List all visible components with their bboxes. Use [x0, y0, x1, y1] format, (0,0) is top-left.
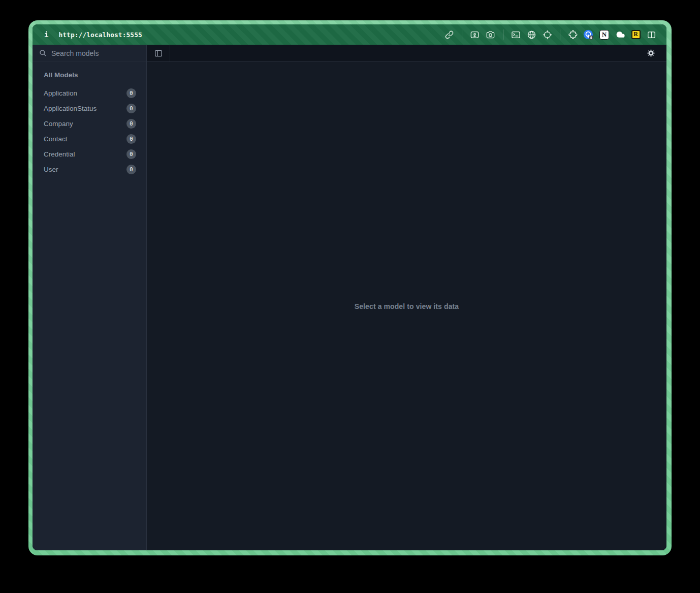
model-label: User: [44, 166, 58, 173]
sidebar-item-credential[interactable]: Credential 0: [44, 146, 140, 162]
divider: [560, 29, 560, 40]
reader-mode-icon[interactable]: R: [630, 29, 642, 41]
search-input[interactable]: [51, 49, 143, 57]
globe-icon[interactable]: [526, 29, 537, 41]
sidebar-toggle-button[interactable]: [147, 45, 170, 61]
empty-state-area: Select a model to view its data: [147, 62, 666, 550]
split-view-icon[interactable]: [646, 29, 657, 41]
settings-button[interactable]: [635, 45, 666, 61]
sidebar-item-company[interactable]: Company 0: [44, 116, 140, 131]
link-icon[interactable]: [443, 29, 455, 41]
main-toolbar: [147, 45, 666, 62]
image-capture-icon[interactable]: [469, 29, 481, 41]
screen-share-frame: i http://localhost:5555: [28, 20, 672, 555]
divider: [503, 29, 503, 40]
model-list-title: All Models: [44, 71, 140, 79]
model-label: Contact: [44, 135, 68, 143]
model-label: ApplicationStatus: [44, 105, 97, 112]
app-window: i http://localhost:5555: [33, 24, 666, 550]
sidebar-item-contact[interactable]: Contact 0: [44, 131, 140, 146]
info-icon: i: [44, 30, 48, 39]
url-text: http://localhost:5555: [58, 31, 142, 39]
main-pane: Select a model to view its data: [147, 45, 666, 550]
empty-state-message: Select a model to view its data: [355, 302, 459, 310]
cloud-icon[interactable]: [614, 29, 626, 41]
record-count-badge: 0: [126, 134, 136, 144]
models-sidebar: All Models Application 0 ApplicationStat…: [33, 45, 147, 550]
model-list: All Models Application 0 ApplicationStat…: [33, 62, 146, 177]
record-count-badge: 0: [126, 104, 136, 113]
panel-left-icon: [154, 49, 163, 58]
search-bar: [33, 45, 146, 62]
record-count-badge: 0: [126, 88, 136, 98]
record-count-badge: 0: [126, 165, 136, 174]
divider: [462, 29, 462, 40]
record-count-badge: 0: [126, 149, 136, 159]
model-label: Credential: [44, 150, 75, 158]
terminal-icon[interactable]: [510, 29, 522, 41]
sidebar-item-applicationstatus[interactable]: ApplicationStatus 0: [44, 101, 140, 116]
address-area: i http://localhost:5555: [44, 30, 142, 39]
search-icon: [39, 49, 47, 57]
model-label: Application: [44, 89, 77, 97]
crosshair-icon[interactable]: [542, 29, 553, 41]
sidebar-item-application[interactable]: Application 0: [44, 85, 140, 101]
model-label: Company: [44, 120, 73, 128]
studio-body: All Models Application 0 ApplicationStat…: [33, 45, 666, 550]
extensions-puzzle-icon[interactable]: [567, 29, 579, 41]
record-count-badge: 0: [126, 119, 136, 129]
toolbar-spacer: [170, 45, 635, 61]
sidebar-item-user[interactable]: User 0: [44, 162, 140, 177]
notion-icon[interactable]: N: [598, 29, 610, 41]
camera-icon[interactable]: [485, 29, 496, 41]
titlebar-actions: N R: [443, 29, 657, 41]
browser-titlebar: i http://localhost:5555: [33, 24, 666, 45]
gear-icon: [647, 49, 655, 57]
onepassword-icon[interactable]: [583, 29, 594, 41]
